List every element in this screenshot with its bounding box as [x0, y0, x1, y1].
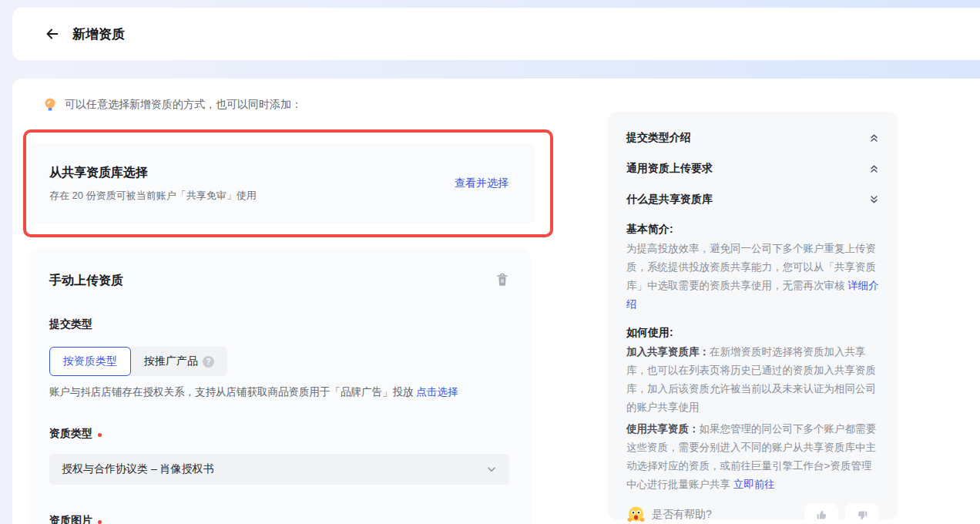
submit-type-tabs: 按资质类型 按推广产品 ?	[49, 347, 227, 376]
page-title: 新增资质	[72, 25, 125, 43]
manual-upload-title: 手动上传资质	[49, 273, 123, 289]
lightbulb-icon	[43, 97, 57, 113]
click-to-select-link[interactable]: 点击选择	[416, 386, 458, 398]
help-question-icon[interactable]: ?	[203, 356, 214, 368]
page-header: 新增资质	[12, 8, 980, 60]
feedback-question: 是否有帮助?	[652, 508, 712, 522]
feedback-row: 是否有帮助?	[626, 503, 879, 524]
qualification-type-value: 授权与合作协议类 – 肖像授权书	[62, 462, 214, 476]
double-chevron-down-icon	[869, 194, 879, 205]
tip-banner: 可以任意选择新增资质的方式，也可以同时添加：	[43, 97, 302, 113]
sidebar-section-submit-type-intro[interactable]: 提交类型介绍	[626, 130, 879, 146]
chevron-down-icon	[486, 464, 497, 475]
shared-library-card: 从共享资质库选择 存在 20 份资质可被当前账户「共享免审」使用 查看并选择	[29, 143, 535, 223]
intro-paragraph: 为提高投放效率，避免同一公司下多个账户重复上传资质，系统提供投放资质共享能力，您…	[626, 240, 879, 314]
tab-by-qualification-type[interactable]: 按资质类型	[49, 347, 131, 376]
view-and-select-link[interactable]: 查看并选择	[455, 176, 508, 190]
usage-join-paragraph: 加入共享资质库：在新增资质时选择将资质加入共享库，也可以在列表页将历史已通过的资…	[626, 343, 879, 417]
back-arrow-icon[interactable]	[43, 25, 62, 43]
tip-text: 可以任意选择新增资质的方式，也可以同时添加：	[65, 98, 302, 112]
usage-heading: 如何使用:	[626, 326, 879, 340]
required-dot	[98, 433, 102, 437]
sidebar-section-what-is-shared-library[interactable]: 什么是共享资质库	[626, 192, 879, 207]
main-content-card: 可以任意选择新增资质的方式，也可以同时添加： 从共享资质库选择 存在 20 份资…	[12, 79, 980, 524]
required-dot	[98, 520, 102, 524]
double-chevron-up-icon	[869, 163, 879, 174]
help-sidebar: 提交类型介绍 通用资质上传要求 什么是共享资质库 基本简介: 为提高投放效率，避…	[608, 112, 898, 519]
surprised-face-emoji-icon	[626, 506, 646, 524]
double-chevron-up-icon	[869, 133, 879, 143]
usage-use-paragraph: 使用共享资质：如果您管理的同公司下多个账户都需要这些资质，需要分别进入不同的账户…	[626, 420, 879, 494]
qualification-type-select[interactable]: 授权与合作协议类 – 肖像授权书	[49, 454, 509, 485]
go-now-link[interactable]: 立即前往	[733, 479, 775, 490]
qualification-image-label: 资质图片	[49, 514, 102, 524]
thumbs-up-button[interactable]	[804, 503, 838, 524]
submit-type-label: 提交类型	[49, 317, 92, 331]
shared-library-info: 从共享资质库选择 存在 20 份资质可被当前账户「共享免审」使用	[49, 165, 257, 203]
store-auth-note: 账户与抖店店铺存在授权关系，支持从店铺获取商品资质用于「品牌广告」投放 点击选择	[49, 385, 458, 399]
qualification-type-label: 资质类型	[49, 427, 102, 441]
delete-trash-icon[interactable]	[495, 272, 512, 289]
thumbs-down-button[interactable]	[845, 503, 879, 524]
intro-heading: 基本简介:	[626, 223, 879, 237]
shared-library-subtitle: 存在 20 份资质可被当前账户「共享免审」使用	[49, 189, 257, 203]
shared-library-title: 从共享资质库选择	[49, 165, 257, 181]
sidebar-section-general-requirements[interactable]: 通用资质上传要求	[626, 161, 879, 176]
manual-upload-card: 手动上传资质 提交类型 按资质类型 按推广产品 ? 账户与抖店店铺存在授权关系	[28, 249, 531, 524]
tab-by-promoted-product[interactable]: 按推广产品 ?	[131, 347, 227, 376]
